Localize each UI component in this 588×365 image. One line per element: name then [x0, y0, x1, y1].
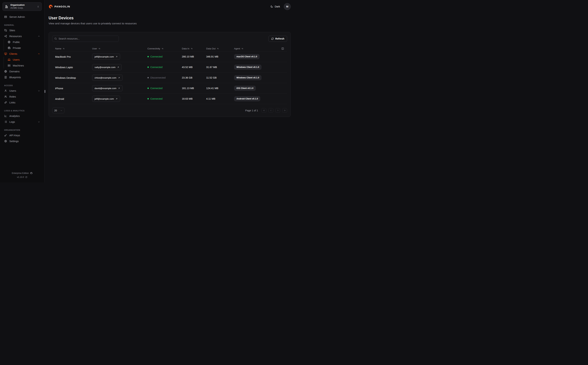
chevron-left-icon [270, 109, 272, 112]
column-header-data-out[interactable]: Data Out [206, 47, 234, 50]
device-name: Windows Desktop [55, 76, 92, 79]
refresh-icon [271, 37, 274, 40]
sort-icon [161, 48, 164, 50]
avatar[interactable]: M [284, 3, 291, 10]
receipt-icon [4, 76, 7, 79]
sort-icon [63, 48, 65, 50]
data-in: 280.10 MB [182, 55, 206, 58]
page-subtitle: View and manage devices that users use t… [49, 22, 291, 25]
card-footer: 20 Page 1 of 1 [52, 108, 287, 113]
globe-icon [4, 70, 7, 73]
sidebar-item-label: Machines [13, 64, 24, 67]
chevron-up-icon [38, 35, 40, 37]
sidebar-item-sites[interactable]: Sites [2, 28, 42, 33]
sidebar-item-users[interactable]: Users [2, 88, 42, 94]
moon-icon [270, 5, 273, 8]
data-out: 4.11 MB [206, 97, 234, 100]
server-icon [7, 64, 11, 67]
next-page-button[interactable] [275, 108, 280, 113]
column-header-connectivity[interactable]: Connectivity [147, 47, 182, 50]
user-link-button[interactable]: david@example.com [92, 85, 122, 91]
user-link-button[interactable]: jeff@example.com [92, 54, 120, 60]
sidebar-item-client-users[interactable]: Users [6, 57, 42, 63]
sidebar-item-domains[interactable]: Domains [2, 69, 42, 74]
theme-toggle[interactable]: Dark [270, 5, 280, 8]
status-dot [147, 98, 149, 99]
data-in: 181.13 MB [182, 87, 206, 90]
avatar-initial: M [286, 5, 288, 8]
github-icon [30, 172, 33, 174]
sidebar-item-clients[interactable]: Clients [2, 51, 42, 57]
sidebar-item-machines[interactable]: Machines [6, 63, 42, 68]
brand-logo[interactable]: PANGOLIN [49, 5, 70, 9]
sidebar-item-label: Domains [9, 70, 20, 73]
globe-icon [7, 41, 11, 43]
prev-page-button[interactable] [268, 108, 273, 113]
resources-icon [4, 35, 7, 38]
sidebar-item-logs[interactable]: Logs [2, 119, 42, 125]
arrow-up-right-icon [115, 98, 118, 100]
sidebar-footer: Enterprise Edition v1.13.0 [2, 172, 42, 180]
sidebar-item-blueprints[interactable]: Blueprints [2, 74, 42, 80]
column-header-data-in[interactable]: Data In [182, 47, 206, 50]
column-header-user[interactable]: User [92, 47, 147, 50]
page-title: User Devices [49, 16, 291, 20]
edition-label: Enterprise Edition [12, 172, 29, 174]
sidebar-scrollbar-thumb[interactable] [45, 90, 45, 93]
refresh-button[interactable]: Refresh [268, 36, 287, 42]
sort-icon [241, 48, 244, 50]
device-name: iPhone [55, 87, 92, 90]
device-name: Windows Lapto [55, 66, 92, 69]
agent-badge: Windows Client v0.1.0 [234, 75, 261, 80]
search-input[interactable] [52, 35, 119, 42]
data-out: 346.91 MB [206, 55, 234, 58]
chevron-up-down-icon [37, 5, 39, 8]
double-chevron-left-icon [263, 109, 265, 112]
agent-badge: macOS Client v0.1.0 [234, 54, 260, 59]
device-name: Android [55, 97, 92, 100]
user-icon [4, 89, 7, 92]
external-link-icon [25, 176, 27, 178]
chevron-down-icon [38, 121, 40, 123]
table-row: iPhone david@example.com Connected 181.1… [52, 83, 287, 94]
page-size-select[interactable]: 20 [52, 108, 65, 113]
sidebar-item-server-admin[interactable]: Server Admin [2, 14, 42, 20]
sidebar-item-public[interactable]: Public [6, 39, 42, 45]
chevron-down-icon [60, 109, 62, 112]
gear-icon [4, 140, 7, 143]
column-header-agent[interactable]: Agent [234, 47, 278, 50]
theme-label: Dark [275, 5, 280, 8]
link-icon [4, 101, 7, 104]
arrow-up-right-icon [117, 66, 119, 68]
status-dot [147, 66, 149, 68]
refresh-label: Refresh [275, 37, 284, 40]
user-link-button[interactable]: sally@example.com [92, 64, 122, 70]
sidebar-item-label: Sites [9, 29, 15, 32]
sort-icon [217, 48, 219, 50]
sidebar-item-links[interactable]: Links [2, 100, 42, 105]
sidebar: Organization ACME Corp. Server Admin GEN… [0, 0, 44, 182]
sidebar-item-private[interactable]: Private [6, 45, 42, 51]
org-selector[interactable]: Organization ACME Corp. [2, 2, 42, 11]
data-in: 43.52 MB [182, 66, 206, 69]
resources-subnav: Public Private [4, 39, 42, 51]
first-page-button[interactable] [261, 108, 266, 113]
column-header-name[interactable]: Name [55, 47, 92, 50]
sidebar-item-label: API Keys [9, 134, 20, 137]
sidebar-item-api-keys[interactable]: API Keys [2, 133, 42, 138]
last-page-button[interactable] [282, 108, 287, 113]
agent-badge: iOS Client v0.1.0 [234, 86, 256, 91]
user-link-button[interactable]: chloe@example.com [92, 75, 122, 81]
sidebar-item-settings[interactable]: Settings [2, 138, 42, 144]
search-icon [54, 37, 57, 40]
sidebar-item-resources[interactable]: Resources [2, 33, 42, 39]
sidebar-item-label: Links [9, 101, 15, 104]
columns-toggle-icon[interactable] [281, 47, 284, 50]
user-link-button[interactable]: jeff@example.com [92, 96, 120, 102]
sort-icon [191, 48, 193, 50]
devices-card: Refresh Name User Connectivity Data In D… [49, 32, 291, 117]
edition-link[interactable]: Enterprise Edition [2, 172, 42, 174]
sidebar-item-analytics[interactable]: Analytics [2, 113, 42, 119]
sidebar-item-roles[interactable]: Roles [2, 94, 42, 99]
version-link[interactable]: v1.13.0 [2, 176, 42, 178]
